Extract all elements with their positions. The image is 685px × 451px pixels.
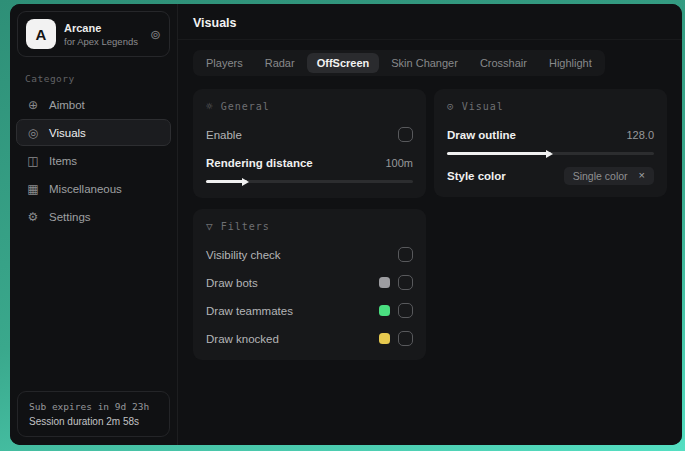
draw-teammates-color-swatch[interactable] bbox=[379, 305, 390, 316]
general-panel-title: General bbox=[221, 101, 270, 112]
sidebar-item-label: Items bbox=[49, 155, 77, 167]
content: ☼ General Enable Rendering distance 100m bbox=[178, 76, 682, 373]
subscription-info-card: Sub expires in 9d 23h Session duration 2… bbox=[17, 391, 170, 437]
tab-players[interactable]: Players bbox=[196, 53, 253, 73]
draw-knocked-color-swatch[interactable] bbox=[379, 333, 390, 344]
tab-strip: Players Radar OffScreen Skin Changer Cro… bbox=[193, 50, 605, 76]
enable-checkbox[interactable] bbox=[398, 127, 413, 142]
sidebar-item-label: Aimbot bbox=[49, 99, 85, 111]
session-duration-text: Session duration 2m 58s bbox=[29, 416, 158, 427]
general-panel: ☼ General Enable Rendering distance 100m bbox=[193, 89, 426, 198]
draw-outline-label: Draw outline bbox=[447, 129, 516, 141]
sidebar-item-items[interactable]: ◫ Items bbox=[16, 147, 171, 174]
rendering-distance-slider[interactable] bbox=[206, 180, 413, 183]
funnel-icon: ▽ bbox=[206, 220, 214, 233]
draw-outline-slider[interactable] bbox=[447, 152, 654, 155]
draw-teammates-checkbox[interactable] bbox=[398, 303, 413, 318]
sub-expiry-text: Sub expires in 9d 23h bbox=[29, 401, 158, 412]
visibility-check-checkbox[interactable] bbox=[398, 247, 413, 262]
draw-bots-label: Draw bots bbox=[206, 277, 258, 289]
orbit-icon: ◎ bbox=[26, 126, 40, 140]
tab-radar[interactable]: Radar bbox=[255, 53, 305, 73]
gear-icon: ⚙ bbox=[26, 210, 40, 224]
close-icon[interactable]: × bbox=[639, 170, 645, 181]
page-title: Visuals bbox=[193, 16, 667, 30]
slider-fill bbox=[447, 152, 551, 155]
visibility-check-label: Visibility check bbox=[206, 249, 281, 261]
sidebar-item-visuals[interactable]: ◎ Visuals bbox=[16, 119, 171, 146]
sidebar-item-label: Settings bbox=[49, 211, 91, 223]
app-logo: A bbox=[26, 19, 56, 49]
tab-highlight[interactable]: Highlight bbox=[539, 53, 602, 73]
app-subtitle: for Apex Legends bbox=[64, 36, 138, 47]
sidebar-item-label: Visuals bbox=[49, 127, 86, 139]
app-title: Arcane bbox=[64, 22, 138, 34]
main-header: Visuals bbox=[178, 4, 682, 40]
eye-icon: ⊙ bbox=[447, 100, 455, 113]
rendering-distance-value: 100m bbox=[385, 157, 413, 169]
sun-icon: ☼ bbox=[206, 100, 214, 113]
box-icon: ◫ bbox=[26, 154, 40, 168]
tab-skin-changer[interactable]: Skin Changer bbox=[381, 53, 468, 73]
rendering-distance-label: Rendering distance bbox=[206, 157, 313, 169]
tab-offscreen[interactable]: OffScreen bbox=[307, 53, 380, 73]
slider-fill bbox=[206, 180, 247, 183]
draw-teammates-label: Draw teammates bbox=[206, 305, 293, 317]
style-color-selected-value: Single color bbox=[573, 170, 628, 182]
main-area: Visuals Players Radar OffScreen Skin Cha… bbox=[178, 4, 682, 445]
visual-panel: ⊙ Visual Draw outline 128.0 Style color … bbox=[434, 89, 667, 197]
sidebar-item-miscellaneous[interactable]: ▦ Miscellaneous bbox=[16, 175, 171, 202]
sidebar: A Arcane for Apex Legends ⊚ Category ⊕ A… bbox=[10, 4, 178, 445]
grid-icon: ▦ bbox=[26, 182, 40, 196]
draw-bots-checkbox[interactable] bbox=[398, 275, 413, 290]
app-window: A Arcane for Apex Legends ⊚ Category ⊕ A… bbox=[10, 4, 682, 445]
tab-crosshair[interactable]: Crosshair bbox=[470, 53, 537, 73]
draw-outline-value: 128.0 bbox=[626, 129, 654, 141]
filters-panel-title: Filters bbox=[221, 221, 270, 232]
crosshair-icon: ⊕ bbox=[26, 98, 40, 112]
filters-panel: ▽ Filters Visibility check Draw bots bbox=[193, 209, 426, 360]
sidebar-item-settings[interactable]: ⚙ Settings bbox=[16, 203, 171, 230]
draw-knocked-label: Draw knocked bbox=[206, 333, 279, 345]
draw-bots-color-swatch[interactable] bbox=[379, 277, 390, 288]
draw-knocked-checkbox[interactable] bbox=[398, 331, 413, 346]
target-icon[interactable]: ⊚ bbox=[150, 28, 161, 41]
sidebar-nav: ⊕ Aimbot ◎ Visuals ◫ Items ▦ Miscellaneo… bbox=[10, 91, 177, 230]
visual-panel-title: Visual bbox=[462, 101, 504, 112]
sidebar-item-aimbot[interactable]: ⊕ Aimbot bbox=[16, 91, 171, 118]
category-label: Category bbox=[25, 73, 177, 84]
style-color-dropdown[interactable]: Single color × bbox=[564, 167, 654, 185]
style-color-label: Style color bbox=[447, 170, 506, 182]
sidebar-item-label: Miscellaneous bbox=[49, 183, 122, 195]
logo-card: A Arcane for Apex Legends ⊚ bbox=[17, 11, 170, 57]
enable-label: Enable bbox=[206, 129, 242, 141]
